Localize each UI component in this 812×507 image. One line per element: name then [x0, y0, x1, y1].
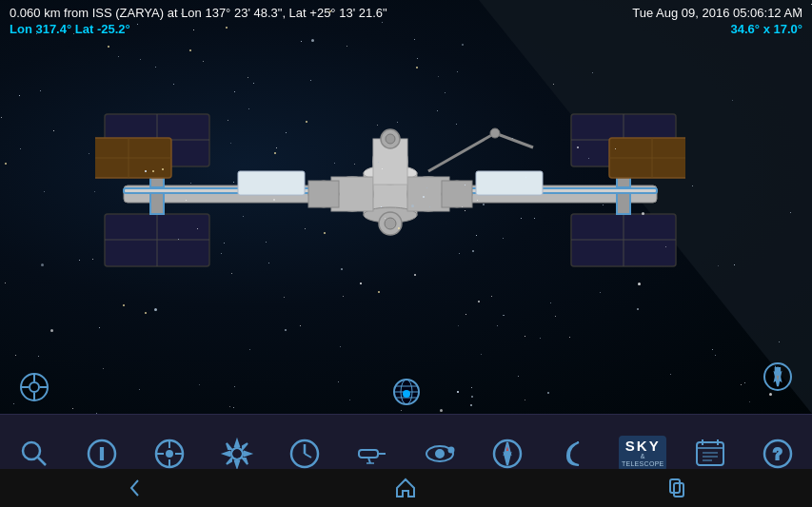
orbit-icon: [421, 435, 459, 473]
svg-rect-9: [150, 193, 164, 214]
svg-point-83: [449, 447, 454, 452]
time-icon: [286, 435, 324, 473]
compass-indicator: N: [762, 361, 793, 392]
back-button[interactable]: [111, 471, 159, 505]
svg-line-45: [495, 133, 533, 147]
svg-rect-41: [476, 171, 543, 195]
search-icon: [15, 435, 53, 473]
svg-rect-40: [238, 171, 305, 195]
compass-nav-icon: [488, 435, 526, 473]
info-icon: i: [83, 435, 121, 473]
tonight-icon: [691, 435, 729, 473]
help-icon: ?: [759, 435, 797, 473]
recents-button[interactable]: [653, 471, 701, 505]
svg-point-35: [386, 134, 395, 144]
object-marker: [403, 390, 410, 398]
top-left-info: 0.060 km from ISS (ZARYA) at Lon 137° 23…: [10, 6, 387, 36]
svg-point-62: [23, 442, 40, 459]
scope-icon: [353, 435, 391, 473]
svg-line-63: [38, 458, 46, 465]
center-icon: [150, 435, 188, 473]
svg-point-73: [231, 448, 243, 459]
svg-text:?: ?: [774, 446, 783, 462]
svg-rect-39: [442, 181, 472, 207]
distance-info: 0.060 km from ISS (ZARYA) at Lon 137° 23…: [10, 6, 387, 20]
svg-point-43: [385, 218, 396, 229]
datetime-info: Tue Aug 09, 2016 05:06:12 AM: [632, 6, 802, 20]
coords-info: Lon 317.4° Lat -25.2°: [10, 22, 387, 36]
fov-info: 34.6° x 17.0°: [731, 22, 802, 36]
iss-model: [95, 38, 685, 361]
svg-text:i: i: [99, 446, 103, 462]
svg-point-67: [167, 451, 172, 457]
svg-point-82: [436, 450, 444, 458]
svg-rect-17: [617, 193, 630, 214]
home-button[interactable]: [382, 471, 429, 505]
svg-point-87: [505, 452, 509, 456]
top-right-info: Tue Aug 09, 2016 05:06:12 AM 34.6° x 17.…: [632, 6, 802, 36]
night-icon: [556, 435, 594, 473]
sky-view[interactable]: [0, 0, 812, 414]
svg-rect-77: [359, 450, 378, 458]
skyweek-icon: SKY & TELESCOPE: [624, 435, 662, 473]
svg-rect-37: [308, 181, 339, 207]
settings-icon: [218, 435, 256, 473]
top-bar: 0.060 km from ISS (ZARYA) at Lon 137° 23…: [0, 0, 812, 42]
system-nav: [0, 469, 812, 507]
svg-point-46: [490, 128, 500, 138]
svg-rect-88: [697, 442, 723, 465]
svg-line-76: [305, 454, 311, 458]
svg-line-44: [428, 133, 495, 171]
location-indicator: [19, 372, 50, 402]
